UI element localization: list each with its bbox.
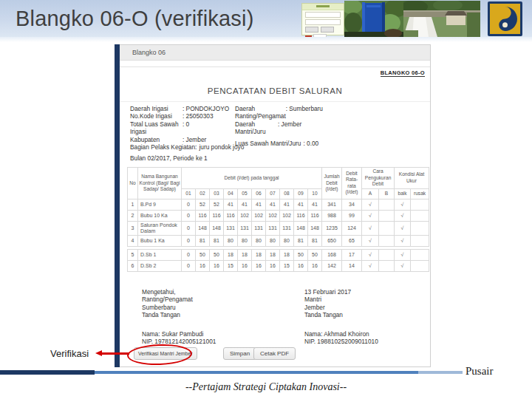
debit-value: 116 bbox=[294, 210, 308, 221]
kondisi-rusak-check bbox=[411, 210, 429, 221]
debit-value: 50 bbox=[210, 249, 224, 260]
simpan-button[interactable]: Simpan bbox=[223, 347, 256, 360]
debit-value: 131 bbox=[280, 221, 294, 235]
debit-value: 16 bbox=[252, 260, 266, 271]
debit-value: 148 bbox=[196, 221, 210, 235]
signature-line: Jember bbox=[304, 304, 378, 311]
field-value: : Jember bbox=[278, 120, 327, 136]
debit-value: 116 bbox=[196, 210, 210, 221]
debit-value: 80 bbox=[252, 235, 266, 246]
kondisi-rusak-check bbox=[411, 221, 429, 235]
debit-value: 116 bbox=[308, 210, 322, 221]
kondisi-rusak-check bbox=[411, 260, 429, 271]
debit-value: 41 bbox=[280, 199, 294, 210]
info-row: Daerah Mantri/Juru: Jember bbox=[235, 120, 327, 136]
debit-rata-rata: 17 bbox=[342, 249, 362, 260]
debit-value: 81 bbox=[294, 235, 308, 246]
table-row: 4Bubu 1 Ka081818080808080818165065√√ bbox=[128, 235, 429, 246]
col-header-jumlah: Jumlah Debit (l/det) bbox=[322, 168, 342, 200]
debit-value: 50 bbox=[196, 249, 210, 260]
debit-value: 81 bbox=[210, 235, 224, 246]
cara-a-header: A bbox=[362, 188, 379, 199]
debit-value: 102 bbox=[280, 210, 294, 221]
debit-value: 50 bbox=[308, 249, 322, 260]
field-label: No.Kode Irigasi bbox=[130, 112, 183, 120]
jumlah-debit: 142 bbox=[322, 260, 342, 271]
login-thumb-button bbox=[305, 27, 318, 33]
signature-right-name: Nama: Akhmad Khoiron bbox=[304, 330, 378, 338]
signature-line: Mantri bbox=[304, 296, 378, 303]
debit-value: 16 bbox=[266, 260, 280, 271]
debit-value: 16 bbox=[196, 260, 210, 271]
debit-value: 18 bbox=[224, 249, 238, 260]
field-label: Bagian Pelaks Kegiatan: bbox=[130, 143, 197, 151]
kondisi-baik-header: baik bbox=[395, 188, 411, 199]
field-label: Luas Sawah Mantri/Juru bbox=[235, 140, 301, 147]
jumlah-debit: 988 bbox=[322, 210, 342, 221]
annotation-arrow-line bbox=[101, 352, 129, 355]
structure-name: Saluran Pondok Dalam bbox=[138, 221, 182, 235]
field-value: : Sumberbaru bbox=[286, 105, 327, 120]
login-thumb-password-field bbox=[305, 19, 341, 25]
kondisi-rusak-check bbox=[411, 249, 429, 260]
signature-right-lines: 13 Februari 2017MantriJemberTanda Tangan bbox=[304, 288, 378, 319]
slide-motto: --Pertajam Strategi Ciptakan Inovasi-- bbox=[0, 381, 532, 393]
debit-value: 80 bbox=[238, 235, 252, 246]
field-label: Kabupaten bbox=[130, 136, 183, 143]
kondisi-rusak-check bbox=[411, 199, 429, 210]
signature-line: Tanda Tangan bbox=[142, 311, 216, 318]
col-header-no: No bbox=[128, 168, 138, 200]
slide: Blangko 06-O (verifikasi) bbox=[0, 0, 532, 399]
debit-value: 131 bbox=[224, 221, 238, 235]
kondisi-rusak-header: rusak bbox=[411, 188, 429, 199]
signature-line: 13 Februari 2017 bbox=[304, 288, 378, 296]
date-col-header: 03 bbox=[210, 188, 224, 199]
row-number: 2 bbox=[128, 210, 138, 221]
signature-block-right: 13 Februari 2017MantriJemberTanda Tangan… bbox=[304, 288, 378, 345]
debit-rata-rata: 34 bbox=[342, 199, 362, 210]
debit-value: 41 bbox=[266, 199, 280, 210]
debit-value: 80 bbox=[266, 235, 280, 246]
divider bbox=[120, 101, 430, 102]
kondisi-rusak-check bbox=[411, 235, 429, 246]
signature-line: Tanda Tangan bbox=[304, 311, 378, 318]
debit-value: 41 bbox=[294, 199, 308, 210]
table-row: 5D.Sb 1050501818181818505016817√√ bbox=[128, 249, 429, 260]
field-label: Total Luas Sawah Irigasi bbox=[130, 120, 183, 136]
col-header-name: Nama Bangunan Kontrol (Bagi/ Bagi Sadap/… bbox=[138, 168, 182, 200]
date-col-header: 10 bbox=[308, 188, 322, 199]
signature-line: Sumberbaru bbox=[142, 304, 216, 311]
date-col-header: 09 bbox=[294, 188, 308, 199]
debit-value: 131 bbox=[266, 221, 280, 235]
signature-left-name: Nama: Sukar Pambudi bbox=[142, 330, 216, 338]
blangko-06-o-link[interactable]: BLANGKO 06-O bbox=[381, 69, 425, 77]
debit-value: 52 bbox=[196, 199, 210, 210]
login-thumb-header bbox=[302, 4, 344, 10]
debit-value: 15 bbox=[280, 260, 294, 271]
row-number: 5 bbox=[128, 249, 138, 260]
table-row: 2Bubu 10 Ka01161161161021021021021161169… bbox=[128, 210, 429, 221]
debit-rata-rata: 99 bbox=[342, 210, 362, 221]
structure-name: D.Sb 2 bbox=[138, 260, 182, 271]
debit-value: 0 bbox=[182, 199, 196, 210]
pusair-brand: Pusair bbox=[466, 365, 494, 378]
cetak-pdf-button[interactable]: Cetak PDF bbox=[253, 347, 296, 360]
signature-left-lines: Mengetahui,Ranting/PengamatSumberbaruTan… bbox=[142, 288, 216, 319]
debit-value: 131 bbox=[238, 221, 252, 235]
slide-header-band: Blangko 06-O (verifikasi) bbox=[0, 0, 532, 37]
info-row: Daerah Ranting/Pengamat: Sumberbaru bbox=[235, 105, 327, 120]
login-thumb-title-bar bbox=[316, 5, 330, 7]
cara-b-check bbox=[379, 221, 395, 235]
slide-title: Blangko 06-O (verifikasi) bbox=[16, 7, 254, 31]
cara-b-check bbox=[379, 210, 395, 221]
tab-blangko-06[interactable]: Blangko 06 bbox=[132, 49, 166, 56]
field-label: Daerah Ranting/Pengamat bbox=[235, 105, 286, 120]
debit-value: 0 bbox=[182, 235, 196, 246]
debit-rata-rata: 14 bbox=[342, 260, 362, 271]
signature-right-nip: NIP. 198810252009011010 bbox=[304, 338, 378, 345]
cara-b-check bbox=[379, 260, 395, 271]
debit-value: 0 bbox=[182, 210, 196, 221]
structure-name: D.Sb 1 bbox=[138, 249, 182, 260]
col-header-kondisi: Kondisi Alat Ukur bbox=[395, 168, 429, 189]
form-title: PENCATATAN DEBIT SALURAN bbox=[120, 86, 430, 95]
